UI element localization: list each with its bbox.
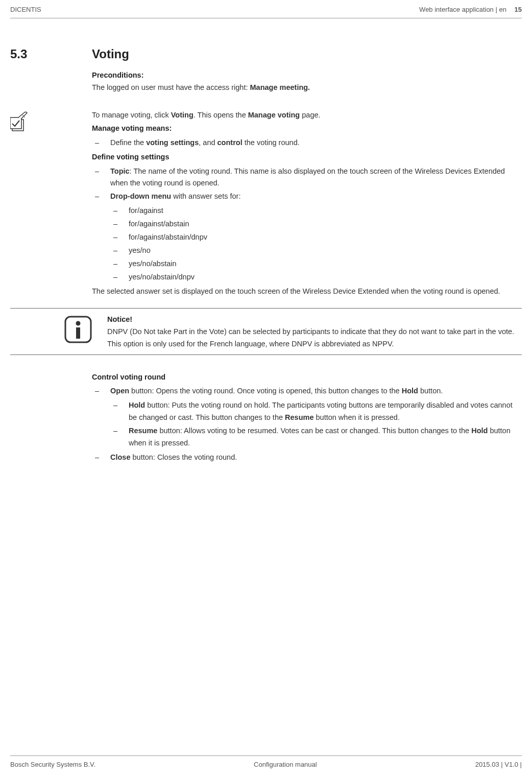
list-item: yes/no/abstain/dnpv [110, 271, 522, 283]
svg-rect-1 [10, 117, 21, 129]
svg-point-4 [76, 321, 81, 325]
preconditions-text: The logged on user must have the access … [92, 82, 522, 94]
list-item: Define the voting settings, and control … [92, 137, 522, 149]
footer-right: 2015.03 | V1.0 | [475, 759, 522, 770]
hand-checkbox-icon [10, 111, 33, 132]
list-item: Drop-down menu with answer sets for: for… [92, 191, 522, 283]
list-item: for/against/abstain [110, 218, 522, 230]
page-footer: Bosch Security Systems B.V. Configuratio… [10, 755, 522, 770]
list-item: Hold button: Puts the voting round on ho… [110, 399, 522, 424]
section-title: Voting [92, 44, 522, 64]
trailing-paragraph: The selected answer set is displayed on … [92, 286, 522, 298]
info-icon [64, 316, 92, 343]
list-item: Close button: Closes the voting round. [92, 452, 522, 464]
manage-means-list: Define the voting settings, and control … [92, 137, 522, 149]
control-list: Open button: Opens the voting round. Onc… [92, 385, 522, 464]
preconditions-heading: Preconditions: [92, 69, 522, 82]
answer-set-list: for/against for/against/abstain for/agai… [110, 205, 522, 283]
header-right: Web interface application | en 15 [419, 4, 522, 15]
footer-center: Configuration manual [254, 759, 317, 770]
page-header: DICENTIS Web interface application | en … [10, 0, 522, 18]
control-heading: Control voting round [92, 371, 522, 384]
svg-rect-5 [76, 327, 80, 339]
intro-paragraph: To manage voting, click Voting. This ope… [92, 109, 522, 122]
manage-means-heading: Manage voting means: [92, 123, 522, 135]
define-settings-heading: Define voting settings [92, 151, 522, 163]
footer-left: Bosch Security Systems B.V. [10, 759, 95, 770]
list-item: for/against/abstain/dnpv [110, 231, 522, 244]
list-item: Topic: The name of the voting round. Thi… [92, 166, 522, 190]
notice-callout: Notice! DNPV (Do Not take Part in the Vo… [10, 308, 522, 355]
notice-text: DNPV (Do Not take Part in the Vote) can … [107, 326, 522, 350]
list-item: Resume button: Allows voting to be resum… [110, 425, 522, 450]
section-number: 5.3 [10, 44, 92, 93]
list-item: for/against [110, 205, 522, 217]
page-number: 15 [515, 6, 522, 13]
define-settings-list: Topic: The name of the voting round. Thi… [92, 166, 522, 283]
notice-heading: Notice! [107, 314, 522, 326]
list-item: yes/no/abstain [110, 258, 522, 270]
header-left: DICENTIS [10, 4, 41, 15]
list-item: Open button: Opens the voting round. Onc… [92, 385, 522, 450]
control-sublist: Hold button: Puts the voting round on ho… [110, 399, 522, 450]
list-item: yes/no [110, 245, 522, 257]
